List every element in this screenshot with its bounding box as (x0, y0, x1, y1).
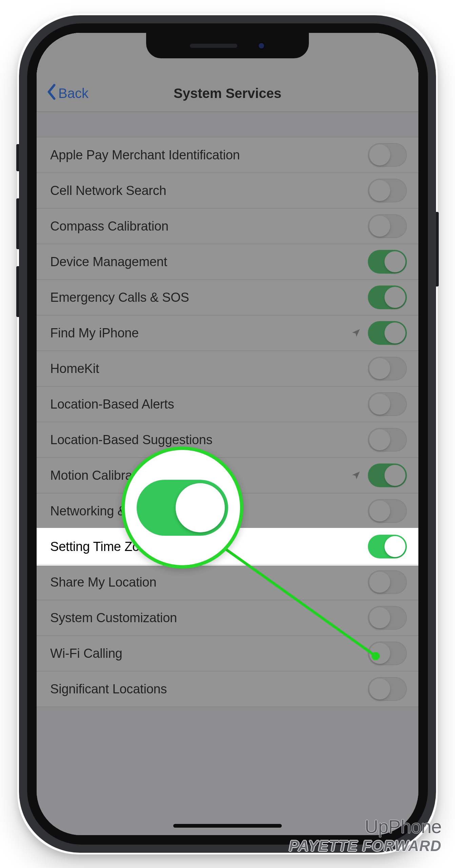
toggle-switch[interactable] (368, 250, 407, 274)
toggle-knob (384, 287, 405, 308)
row-label: Significant Locations (50, 682, 368, 696)
row-label: Compass Calibration (50, 219, 368, 234)
location-arrow-icon (351, 470, 361, 480)
toggle-switch[interactable] (368, 677, 407, 701)
toggle-knob (369, 180, 390, 201)
settings-row: Location-Based Alerts (37, 387, 418, 422)
toggle-switch[interactable] (368, 642, 407, 665)
toggle-knob (369, 216, 390, 237)
toggle-switch[interactable] (368, 606, 407, 630)
chevron-left-icon (47, 84, 56, 103)
settings-row: Share My Location (37, 565, 418, 600)
toggle-switch[interactable] (368, 143, 407, 167)
settings-row: System Customization (37, 600, 418, 636)
phone-frame: Back System Services Apple Pay Merchant … (19, 15, 436, 853)
row-label: HomeKit (50, 361, 368, 376)
toggle-switch[interactable] (368, 285, 407, 309)
row-label: Share My Location (50, 575, 368, 590)
toggle-switch[interactable] (368, 179, 407, 202)
row-label: Apple Pay Merchant Identification (50, 148, 368, 162)
toggle-switch[interactable] (368, 570, 407, 594)
settings-row: Apple Pay Merchant Identification (37, 137, 418, 173)
toggle-knob (369, 429, 390, 450)
front-camera (258, 42, 265, 50)
callout-magnifier (121, 447, 243, 569)
toggle-knob (369, 678, 390, 699)
section-spacer (37, 112, 418, 137)
settings-row: Emergency Calls & SOS (37, 280, 418, 315)
settings-row: Location-Based Suggestions (37, 422, 418, 458)
toggle-knob (369, 572, 390, 593)
settings-list: Apple Pay Merchant IdentificationCell Ne… (37, 137, 418, 707)
earpiece-speaker (190, 44, 237, 48)
page-title: System Services (37, 86, 418, 101)
location-arrow-icon (351, 328, 361, 338)
row-label: Cell Network Search (50, 183, 368, 198)
row-label: Device Management (50, 255, 368, 269)
toggle-knob (369, 607, 390, 628)
settings-screen: Back System Services Apple Pay Merchant … (37, 33, 418, 835)
toggle-switch[interactable] (368, 535, 407, 558)
settings-row: HomeKit (37, 351, 418, 387)
magnified-toggle-knob (176, 483, 225, 532)
toggle-switch[interactable] (368, 321, 407, 345)
toggle-knob (369, 643, 390, 664)
settings-row: Find My iPhone (37, 315, 418, 351)
row-label: System Customization (50, 611, 368, 625)
settings-row: Cell Network Search (37, 173, 418, 209)
toggle-switch[interactable] (368, 357, 407, 380)
toggle-knob (384, 465, 405, 486)
volume-up-button (16, 198, 19, 249)
toggle-knob (384, 251, 405, 272)
toggle-knob (384, 536, 405, 557)
toggle-switch[interactable] (368, 428, 407, 452)
phone-notch (146, 33, 309, 58)
toggle-knob (384, 322, 405, 343)
settings-row: Compass Calibration (37, 209, 418, 244)
row-label: Wi-Fi Calling (50, 646, 368, 661)
magnified-toggle-on (137, 480, 228, 536)
volume-down-button (16, 266, 19, 317)
toggle-knob (369, 394, 390, 415)
settings-row: Significant Locations (37, 671, 418, 707)
mute-switch (16, 144, 19, 171)
settings-row: Device Management (37, 244, 418, 280)
settings-row: Wi-Fi Calling (37, 636, 418, 671)
home-indicator[interactable] (173, 824, 282, 828)
back-button[interactable]: Back (47, 84, 88, 103)
phone-screen: Back System Services Apple Pay Merchant … (37, 33, 418, 835)
row-label: Find My iPhone (50, 326, 351, 340)
toggle-knob (369, 144, 390, 165)
toggle-switch[interactable] (368, 463, 407, 487)
toggle-knob (369, 358, 390, 379)
row-label: Emergency Calls & SOS (50, 290, 368, 305)
row-label: Location-Based Alerts (50, 397, 368, 412)
toggle-switch[interactable] (368, 392, 407, 416)
side-button (436, 212, 439, 287)
toggle-switch[interactable] (368, 214, 407, 238)
row-label: Location-Based Suggestions (50, 433, 368, 447)
toggle-switch[interactable] (368, 499, 407, 523)
phone-bezel: Back System Services Apple Pay Merchant … (27, 23, 428, 845)
back-label: Back (58, 86, 88, 101)
toggle-knob (369, 500, 390, 521)
